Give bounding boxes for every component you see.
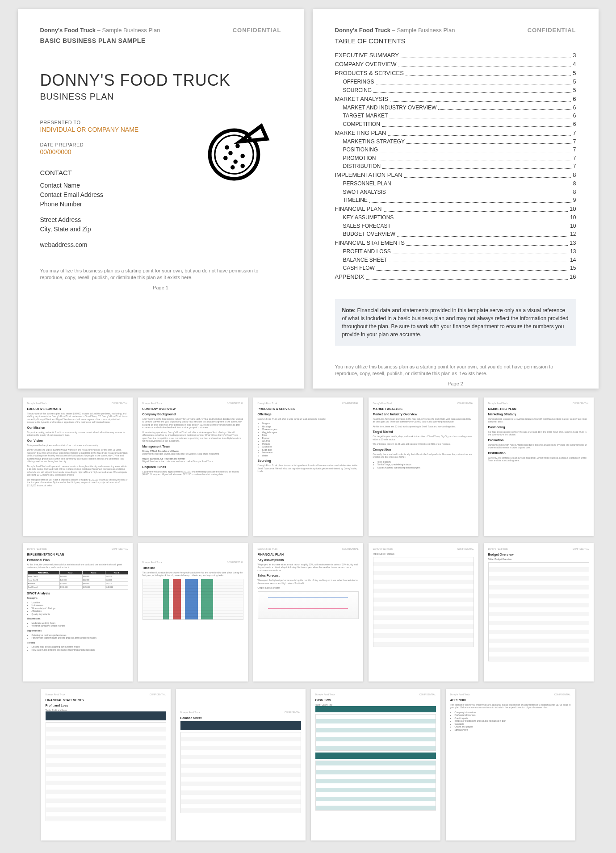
thumb-title: FINANCIAL PLAN	[258, 552, 359, 556]
toc-label: BUDGET OVERVIEW	[343, 230, 396, 238]
thumb-page-12: Donny's Food TruckCONFIDENTIAL Budget Ov…	[484, 543, 594, 682]
contact-web: webaddress.com	[40, 240, 281, 250]
toc-page: 7	[573, 138, 576, 146]
header-brand: Donny's Food Truck	[335, 27, 390, 33]
toc-row: CASH FLOW15	[335, 264, 576, 272]
toc-row: PERSONNEL PLAN8	[335, 180, 576, 188]
toc-page: 10	[570, 205, 576, 213]
svg-point-11	[254, 140, 257, 143]
thumb-page-16: Donny's Food TruckCONFIDENTIAL APPENDIX …	[446, 689, 575, 840]
toc-page: 12	[570, 230, 576, 238]
toc-row: FINANCIAL PLAN10	[335, 205, 576, 213]
svg-point-8	[240, 164, 245, 168]
thumb-title: FINANCIAL STATEMENTS	[46, 698, 166, 702]
toc-page: 5	[573, 86, 576, 95]
toc-label: SALES FORECAST	[343, 222, 391, 230]
toc-page: 7	[573, 129, 576, 138]
toc-label: PRODUCTS & SERVICES	[335, 69, 404, 78]
toc-row: POSITIONING7	[335, 146, 576, 154]
contact-email: Contact Email Address	[40, 190, 281, 200]
toc-label: POSITIONING	[343, 146, 378, 154]
thumb-title: Balance Sheet	[180, 716, 301, 720]
toc-page: 7	[573, 146, 576, 154]
toc-row: SALES FORECAST10	[335, 222, 576, 230]
toc-page: 4	[573, 60, 576, 69]
toc-page: 10	[570, 213, 576, 222]
toc-label: PROMOTION	[343, 154, 376, 163]
toc-page: 7	[573, 162, 576, 171]
thumb-page-8: Donny's Food TruckCONFIDENTIAL IMPLEMENT…	[23, 543, 133, 682]
toc-list: EXECUTIVE SUMMARY3COMPANY OVERVIEW4PRODU…	[335, 51, 576, 281]
pizza-icon	[205, 112, 277, 183]
toc-row: EXECUTIVE SUMMARY3	[335, 51, 576, 60]
toc-label: IMPLEMENTATION PLAN	[335, 171, 402, 180]
page-header: Donny's Food Truck – Sample Business Pla…	[40, 27, 281, 33]
page-1: Donny's Food Truck – Sample Business Pla…	[18, 9, 304, 389]
thumb-title: MARKETING PLAN	[488, 407, 589, 411]
budget-table-placeholder	[488, 562, 589, 661]
document-subtitle: BUSINESS PLAN	[40, 92, 281, 102]
svg-point-9	[228, 151, 233, 155]
toc-label: EXECUTIVE SUMMARY	[335, 51, 399, 60]
thumb-page-7: Donny's Food TruckCONFIDENTIAL MARKETING…	[484, 397, 594, 536]
header-suffix: – Sample Business Plan	[390, 27, 455, 33]
cash-flow-table-placeholder	[315, 714, 436, 751]
toc-label: FINANCIAL PLAN	[335, 205, 382, 213]
toc-page: 9	[573, 196, 576, 205]
cash-flow-table-placeholder-2	[315, 761, 436, 811]
toc-page: 14	[570, 256, 576, 264]
svg-point-5	[233, 159, 238, 164]
toc-page: 6	[573, 104, 576, 112]
svg-point-7	[230, 165, 235, 170]
toc-page: 8	[573, 180, 576, 188]
sales-forecast-table-placeholder	[373, 557, 474, 647]
toc-label: PERSONNEL PLAN	[343, 180, 391, 188]
thumb-title: Cash Flow	[315, 698, 436, 702]
page-header: Donny's Food Truck – Sample Business Pla…	[335, 27, 576, 33]
toc-label: MARKET ANALYSIS	[335, 95, 388, 104]
note-box: Note: Financial data and statements prov…	[335, 299, 576, 346]
toc-row: MARKETING PLAN7	[335, 129, 576, 138]
toc-row: BUDGET OVERVIEW12	[335, 230, 576, 238]
thumb-title: MARKET ANALYSIS	[373, 407, 474, 411]
thumb-title: Timeline	[142, 566, 243, 570]
toc-row: OFFERINGS5	[335, 78, 576, 86]
toc-page: 3	[573, 51, 576, 60]
svg-point-3	[235, 144, 240, 148]
thumb-page-14: Donny's Food TruckCONFIDENTIAL Balance S…	[176, 689, 306, 840]
thumb-page-15: Donny's Food TruckCONFIDENTIAL Cash Flow…	[311, 689, 440, 840]
toc-row: MARKET AND INDUSTRY OVERVIEW6	[335, 104, 576, 112]
confidential-stamp: CONFIDENTIAL	[233, 27, 281, 33]
toc-label: BALANCE SHEET	[343, 256, 387, 264]
toc-label: MARKETING PLAN	[335, 129, 386, 138]
thumb-title: PRODUCTS & SERVICES	[258, 407, 359, 411]
toc-page: 6	[573, 120, 576, 129]
svg-point-6	[240, 154, 245, 158]
toc-label: OFFERINGS	[343, 78, 374, 86]
toc-page: 13	[570, 247, 576, 256]
toc-label: PROFIT AND LOSS	[343, 247, 391, 256]
contact-city: City, State and Zip	[40, 225, 281, 234]
thumb-page-6: Donny's Food TruckCONFIDENTIAL MARKET AN…	[369, 397, 478, 536]
thumb-title: EXECUTIVE SUMMARY	[27, 407, 128, 411]
toc-row: IMPLEMENTATION PLAN8	[335, 171, 576, 180]
toc-row: BALANCE SHEET14	[335, 256, 576, 264]
toc-row: PRODUCTS & SERVICES5	[335, 69, 576, 78]
note-body: Financial data and statements provided i…	[342, 307, 569, 338]
svg-point-4	[223, 156, 228, 160]
confidential-stamp: CONFIDENTIAL	[528, 27, 576, 33]
toc-label: FINANCIAL STATEMENTS	[335, 238, 405, 247]
document-title: DONNY'S FOOD TRUCK	[40, 71, 281, 90]
thumb-title: IMPLEMENTATION PLAN	[27, 552, 128, 556]
toc-page: 15	[570, 264, 576, 272]
toc-label: MARKETING STRATEGY	[343, 138, 405, 146]
toc-label: TARGET MARKET	[343, 112, 388, 120]
page-2: Donny's Food Truck – Sample Business Pla…	[313, 9, 599, 389]
thumb-page-5: Donny's Food TruckCONFIDENTIAL PRODUCTS …	[253, 397, 363, 536]
contact-phone: Phone Number	[40, 200, 281, 209]
thumb-page-10: Donny's Food TruckCONFIDENTIAL FINANCIAL…	[253, 543, 363, 682]
toc-label: MARKET AND INDUSTRY OVERVIEW	[343, 104, 437, 112]
toc-row: MARKET ANALYSIS6	[335, 95, 576, 104]
toc-row: APPENDIX16	[335, 272, 576, 281]
toc-page: 6	[573, 95, 576, 104]
